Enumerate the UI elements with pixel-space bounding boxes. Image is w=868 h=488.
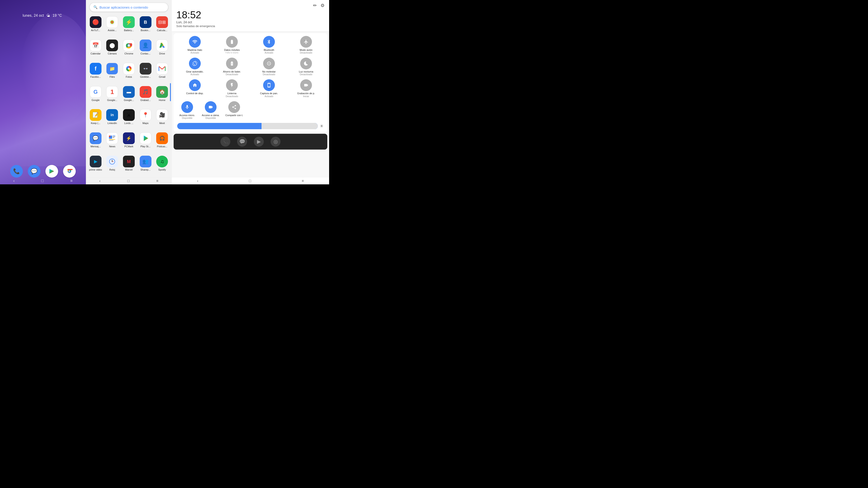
svg-point-29 — [112, 161, 113, 162]
qs-status: Solo llamadas de emergencia — [176, 24, 324, 28]
qs-linterna-sublabel: Desactivado — [225, 95, 238, 98]
app-sharepoint[interactable]: 👥 Sharep... — [138, 154, 153, 176]
search-bar[interactable]: 🔍 Buscar aplicaciones o contenido — [90, 3, 168, 12]
drawer-back-btn[interactable]: ‹ — [99, 179, 100, 183]
app-drive[interactable]: Drive — [154, 38, 170, 60]
app-spotify[interactable]: ♫ Spotify — [154, 154, 170, 176]
app-grabadora[interactable]: 🎵 Grabad... — [138, 84, 153, 107]
app-home[interactable]: 🏠 Home — [154, 84, 170, 107]
drawer-home-btn[interactable]: □ — [127, 179, 129, 183]
app-google1[interactable]: 1 Google... — [104, 84, 120, 107]
app-label-keep: Keep (... — [91, 122, 100, 125]
brightness-bar[interactable] — [177, 123, 318, 129]
svg-rect-22 — [113, 135, 115, 136]
app-icon-asistente — [106, 16, 118, 28]
app-antutu[interactable]: 🔴 AnTuT... — [88, 14, 103, 37]
qs-bluetooth-icon — [263, 36, 275, 48]
app-googletv[interactable]: ▬ Google... — [121, 84, 137, 107]
qs-tile-compartir[interactable]: Compartir con t. — [225, 101, 243, 119]
qs-camara2-sublabel: Disponible — [206, 117, 216, 119]
home-home-btn[interactable]: □ — [41, 178, 43, 183]
app-geekbe[interactable]: 👓 Geekbe... — [138, 61, 153, 84]
qs-tile-avion[interactable]: Modo avión Desactivado — [297, 36, 315, 54]
qs-tile-camara2[interactable]: Acceso a cáma. Disponible — [202, 101, 220, 119]
qs-tile-grabacion[interactable]: Grabación de p. Iniciar — [297, 79, 315, 97]
qs-tile-bluetooth[interactable]: Bluetooth Activado — [260, 36, 278, 54]
app-linkedin[interactable]: in LinkedIn — [104, 107, 120, 130]
app-mensajes[interactable]: 💬 Mensaj... — [88, 131, 103, 153]
qs-tile-nomolestar[interactable]: No molestar Desactivado — [260, 58, 278, 76]
dock-phone[interactable]: 📞 — [10, 165, 23, 177]
app-camara[interactable]: ⬤ Cámara — [104, 38, 120, 60]
app-pcmark[interactable]: ⚡ PCMark — [121, 131, 137, 153]
app-reloj[interactable]: Reloj — [104, 154, 120, 176]
app-label-fotos: Fotos — [126, 75, 132, 78]
app-meet[interactable]: 🎥 Meet — [154, 107, 170, 130]
app-calendar[interactable]: 📅 Calendar — [88, 38, 103, 60]
qs-tile-nocturna[interactable]: Luz nocturna Desactivado — [297, 58, 315, 76]
qs-tile-ahorro[interactable]: Ahorro de bater. Desactivado — [223, 58, 241, 76]
home-nav: ‹ □ ≡ — [0, 177, 86, 184]
app-maps[interactable]: 📍 Maps — [138, 107, 153, 130]
qs-home-btn[interactable]: □ — [249, 179, 251, 183]
dock-playstore[interactable] — [45, 165, 58, 177]
qs-grabacion-sublabel: Iniciar — [303, 95, 309, 98]
app-chrome[interactable]: Chrome — [121, 38, 137, 60]
app-icon-battery: ⚡ — [123, 16, 135, 28]
dock-chrome[interactable] — [63, 165, 76, 177]
app-calculadora[interactable]: ⊟⊞ Calcula... — [154, 14, 170, 37]
qs-tile-wifi[interactable]: Madima Halo Activado — [186, 36, 204, 54]
qs-brightness[interactable]: ☀ — [176, 123, 324, 129]
app-label-reloj: Reloj — [110, 168, 115, 171]
app-marvel[interactable]: M Marvel — [121, 154, 137, 176]
drawer-recents-btn[interactable]: ≡ — [156, 179, 158, 183]
app-fotos[interactable]: Fotos — [121, 61, 137, 84]
app-prime[interactable]: ▶ prime video — [88, 154, 103, 176]
app-battery[interactable]: ⚡ Battery... — [121, 14, 137, 37]
svg-rect-20 — [109, 139, 115, 140]
qs-back-btn[interactable]: ‹ — [197, 179, 198, 183]
qs-settings-icon[interactable]: ⚙ — [320, 3, 324, 8]
app-files[interactable]: 📁 Files — [104, 61, 120, 84]
qs-tile-control[interactable]: Control de disp. — [186, 79, 204, 97]
app-google[interactable]: G Google — [88, 84, 103, 107]
app-playst[interactable]: Play St... — [138, 131, 153, 153]
app-label-meet: Meet — [159, 122, 165, 125]
qs-microfono-sublabel: Disponible — [182, 117, 193, 119]
app-label-gmail: Gmail — [159, 75, 165, 78]
qs-avion-label: Modo avión — [300, 48, 313, 52]
app-icon-camara: ⬤ — [106, 39, 118, 51]
home-recents-btn[interactable]: ≡ — [70, 178, 73, 183]
qs-datos-icon — [226, 36, 238, 48]
app-icon-geekbe: 👓 — [140, 63, 151, 74]
drawer-nav: ‹ □ ≡ — [86, 177, 172, 184]
app-keep[interactable]: 📝 Keep (... — [88, 107, 103, 130]
app-icon-podcasts: 🎧 — [156, 132, 168, 144]
qs-tile-datos[interactable]: Datos móviles Falta la tarjeta — [223, 36, 241, 54]
qs-tile-linterna[interactable]: Linterna Desactivado — [223, 79, 241, 97]
qs-recents-btn[interactable]: ≡ — [302, 179, 304, 183]
home-back-btn[interactable]: ‹ — [13, 178, 15, 183]
app-gmail[interactable]: Gmail — [154, 61, 170, 84]
qs-tile-captura[interactable]: Captura de pan. Activado — [260, 79, 278, 97]
app-label-news: News — [109, 145, 116, 148]
app-news[interactable]: News — [104, 131, 120, 153]
app-asistente[interactable]: Asiste... — [104, 14, 120, 37]
app-label-mensajes: Mensaj... — [90, 145, 101, 148]
qs-microfono-label: Acceso micro. — [179, 114, 195, 117]
app-label-linkedin: LinkedIn — [107, 122, 117, 125]
qs-tile-rotar[interactable]: Girar automátic. Activado — [186, 58, 204, 76]
app-label-marvel: Marvel — [125, 168, 132, 171]
qs-edit-icon[interactable]: ✏ — [313, 3, 317, 8]
app-contacts[interactable]: 👤 Contac... — [138, 38, 153, 60]
qs-tile-microfono[interactable]: Acceso micro. Disponible — [178, 101, 196, 119]
svg-rect-23 — [113, 136, 115, 137]
dock-messages[interactable]: 💬 — [28, 165, 40, 177]
app-icon-calculadora: ⊟⊞ — [156, 16, 168, 28]
home-dock: 📞 💬 — [0, 165, 86, 177]
app-label-chrome: Chrome — [124, 52, 133, 55]
app-podcasts[interactable]: 🎧 Pódcas... — [154, 131, 170, 153]
app-facebook[interactable]: f Facebo... — [88, 61, 103, 84]
app-booking[interactable]: B Bookin... — [138, 14, 153, 37]
app-lords[interactable]: ⚔ Lords ... — [121, 107, 137, 130]
